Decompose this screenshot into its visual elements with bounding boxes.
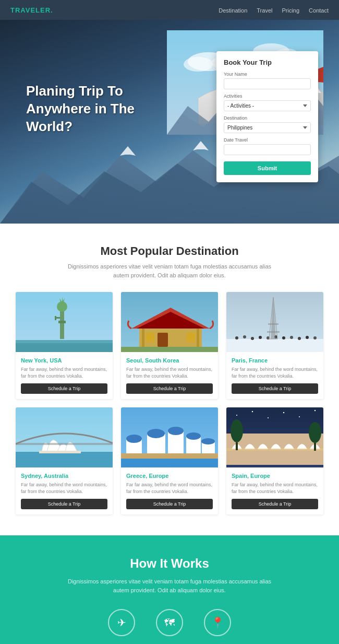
svg-rect-60	[16, 452, 113, 467]
activities-select[interactable]: - Activities -	[224, 100, 311, 111]
destination-label: Destination	[224, 115, 311, 121]
how-it-works-section: How It Works Dignissimos asperiores vita…	[0, 535, 339, 644]
nav-link-destination[interactable]: Destination	[219, 7, 247, 14]
destinations-desc: Dignissimos asperiores vitae velit venia…	[60, 262, 279, 279]
svg-point-52	[298, 337, 301, 340]
svg-point-65	[126, 435, 142, 443]
hero-section: Planing Trip To Anywhere in The World? B…	[0, 20, 339, 224]
nav-link-pricing[interactable]: Pricing	[282, 7, 299, 14]
nav-menu: Destination Travel Pricing Contact	[219, 5, 329, 15]
dest-body-newyork: New York, USA Far far away, behind the w…	[16, 352, 113, 399]
submit-button[interactable]: Submit	[224, 161, 311, 175]
svg-rect-62	[16, 443, 113, 445]
svg-marker-17	[120, 146, 136, 156]
how-icon-pin: 📍	[204, 609, 231, 636]
svg-point-77	[236, 415, 237, 416]
dest-img-seoul	[121, 292, 218, 352]
svg-point-44	[235, 336, 238, 339]
dest-card-greece: Greece, Europe Far far away, behind the …	[121, 407, 218, 514]
name-group: Your Name	[224, 72, 311, 89]
dest-img-newyork	[16, 292, 113, 352]
svg-point-46	[251, 337, 254, 340]
nav-link-contact[interactable]: Contact	[309, 7, 329, 14]
dest-title-spain: Spain, Europe	[232, 473, 318, 479]
svg-point-71	[186, 432, 201, 440]
destination-group: Destination Philippines	[224, 115, 311, 133]
dest-btn-newyork[interactable]: Schedule a Trip	[21, 383, 107, 394]
svg-point-73	[201, 438, 215, 444]
svg-rect-39	[142, 329, 144, 347]
svg-point-50	[282, 336, 285, 339]
svg-point-78	[252, 411, 253, 412]
dest-img-sydney	[16, 407, 113, 467]
dest-card-sydney: Sydney, Australia Far far away, behind t…	[16, 407, 113, 514]
svg-rect-90	[236, 442, 238, 450]
dest-card-newyork: New York, USA Far far away, behind the w…	[16, 292, 113, 399]
name-input[interactable]	[224, 78, 311, 89]
dest-title-sydney: Sydney, Australia	[21, 473, 107, 479]
how-icon-plane: ✈	[108, 609, 135, 636]
hero-text: Planing Trip To Anywhere in The World?	[26, 83, 135, 135]
how-icon-item-3: 📍	[204, 609, 231, 636]
nav-item-travel[interactable]: Travel	[257, 5, 272, 15]
nav-item-destination[interactable]: Destination	[219, 5, 247, 15]
dest-card-spain: Spain, Europe Far far away, behind the w…	[226, 407, 323, 514]
svg-point-2	[184, 57, 213, 72]
nav-link-travel[interactable]: Travel	[257, 7, 272, 14]
dest-body-seoul: Seoul, South Korea Far far away, behind …	[121, 352, 218, 399]
svg-rect-29	[55, 316, 56, 320]
destinations-header: Most Popular Destination Dignissimos asp…	[16, 244, 323, 279]
how-it-works-title: How It Works	[16, 556, 323, 571]
activities-group: Activities - Activities -	[224, 93, 311, 111]
dest-body-paris: Paris, France Far far away, behind the w…	[226, 352, 323, 399]
how-it-works-desc: Dignissimos asperiores vitae velit venia…	[60, 577, 279, 594]
svg-point-81	[299, 416, 300, 417]
dest-desc-greece: Far far away, behind the word mountains,…	[126, 482, 213, 495]
dest-desc-spain: Far far away, behind the word mountains,…	[232, 482, 318, 495]
dest-body-greece: Greece, Europe Far far away, behind the …	[121, 467, 218, 514]
dest-title-newyork: New York, USA	[21, 357, 107, 364]
date-group: Date Travel	[224, 137, 311, 155]
svg-rect-57	[268, 323, 279, 325]
destinations-title: Most Popular Destination	[16, 244, 323, 258]
nav-item-contact[interactable]: Contact	[309, 5, 329, 15]
dest-img-paris	[226, 292, 323, 352]
svg-rect-40	[197, 329, 199, 347]
dest-btn-seoul[interactable]: Schedule a Trip	[126, 383, 213, 394]
hero-line3: World?	[26, 119, 72, 134]
dest-card-seoul: Seoul, South Korea Far far away, behind …	[121, 292, 218, 399]
svg-rect-75	[121, 453, 218, 459]
dest-btn-paris[interactable]: Schedule a Trip	[232, 383, 318, 394]
navbar: TRAVELER. Destination Travel Pricing Con…	[0, 0, 339, 20]
dest-desc-seoul: Far far away, behind the word mountains,…	[126, 366, 213, 379]
date-input[interactable]	[224, 144, 311, 155]
svg-point-82	[314, 410, 316, 411]
dest-img-spain	[226, 407, 323, 467]
dest-card-paris: Paris, France Far far away, behind the w…	[226, 292, 323, 399]
how-icon-map: 🗺	[156, 609, 183, 636]
svg-point-87	[309, 422, 321, 443]
dest-title-paris: Paris, France	[232, 357, 318, 364]
dest-btn-spain[interactable]: Schedule a Trip	[232, 499, 318, 509]
svg-point-69	[168, 427, 184, 435]
dest-body-spain: Spain, Europe Far far away, behind the w…	[226, 467, 323, 514]
dest-btn-sydney[interactable]: Schedule a Trip	[21, 499, 107, 509]
svg-rect-61	[39, 451, 81, 453]
how-icon-item-2: 🗺	[156, 609, 183, 636]
svg-point-53	[306, 336, 309, 339]
svg-rect-38	[187, 333, 195, 342]
dest-btn-greece[interactable]: Schedule a Trip	[126, 499, 213, 509]
activities-label: Activities	[224, 93, 311, 99]
hero-headline: Planing Trip To Anywhere in The World?	[26, 83, 135, 135]
svg-point-47	[259, 336, 262, 339]
dest-title-greece: Greece, Europe	[126, 473, 213, 479]
how-icons-container: ✈ 🗺 📍	[16, 609, 323, 636]
brand-text: TRAVELER	[10, 6, 51, 14]
dest-title-seoul: Seoul, South Korea	[126, 357, 213, 364]
nav-item-pricing[interactable]: Pricing	[282, 5, 299, 15]
booking-title: Book Your Trip	[224, 58, 311, 66]
name-label: Your Name	[224, 72, 311, 77]
destination-select[interactable]: Philippines	[224, 122, 311, 133]
date-label: Date Travel	[224, 137, 311, 143]
svg-point-45	[243, 335, 246, 338]
